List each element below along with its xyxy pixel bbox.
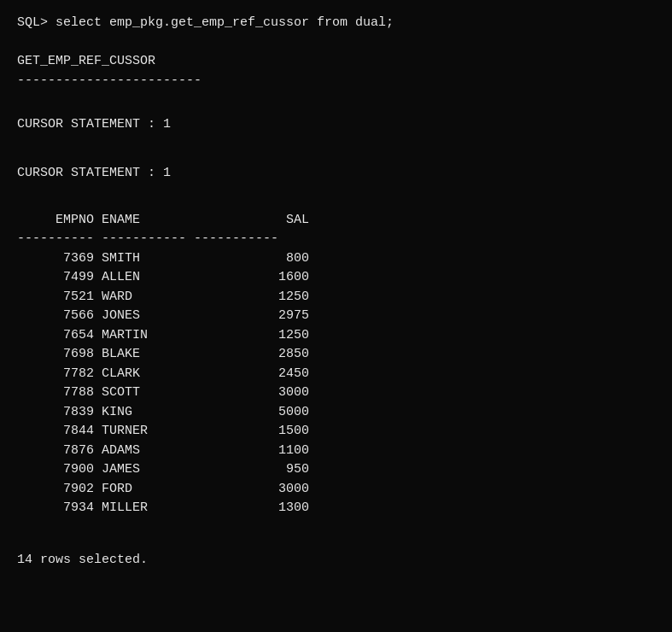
table-header: EMPNO ENAME SAL: [17, 211, 655, 231]
function-name: GET_EMP_REF_CUSSOR: [17, 52, 655, 72]
table-row: 7902 FORD 3000: [17, 480, 655, 500]
sql-prompt: SQL> select emp_pkg.get_emp_ref_cussor f…: [17, 14, 655, 33]
blank-line-5: [17, 518, 655, 538]
table-section: EMPNO ENAME SAL ---------- ----------- -…: [17, 211, 655, 518]
blank-line-3: [17, 139, 655, 159]
table-row: 7499 ALLEN 1600: [17, 268, 655, 288]
cursor-statement-2: CURSOR STATEMENT : 1: [17, 164, 655, 184]
table-row: 7876 ADAMS 1100: [17, 442, 655, 461]
table-row: 7844 TURNER 1500: [17, 422, 655, 442]
table-rows-container: 7369 SMITH 800 7499 ALLEN 1600 7521 WARD…: [17, 249, 655, 518]
table-row: 7839 KING 5000: [17, 403, 655, 423]
table-row: 7698 BLAKE 2850: [17, 345, 655, 365]
footer: 14 rows selected.: [17, 551, 655, 571]
table-row: 7369 SMITH 800: [17, 249, 655, 269]
table-row: 7782 CLARK 2450: [17, 365, 655, 384]
terminal: SQL> select emp_pkg.get_emp_ref_cussor f…: [17, 14, 655, 571]
separator-line: ------------------------: [17, 72, 655, 91]
table-row: 7934 MILLER 1300: [17, 499, 655, 518]
table-row: 7900 JAMES 950: [17, 460, 655, 480]
blank-line-1: [17, 33, 655, 53]
blank-line-4: [17, 188, 655, 208]
table-row: 7521 WARD 1250: [17, 288, 655, 307]
table-row: 7566 JONES 2975: [17, 307, 655, 326]
table-divider: ---------- ----------- -----------: [17, 230, 655, 249]
cursor-statement-1: CURSOR STATEMENT : 1: [17, 115, 655, 135]
table-row: 7654 MARTIN 1250: [17, 326, 655, 346]
table-row: 7788 SCOTT 3000: [17, 383, 655, 403]
blank-line-2: [17, 91, 655, 110]
